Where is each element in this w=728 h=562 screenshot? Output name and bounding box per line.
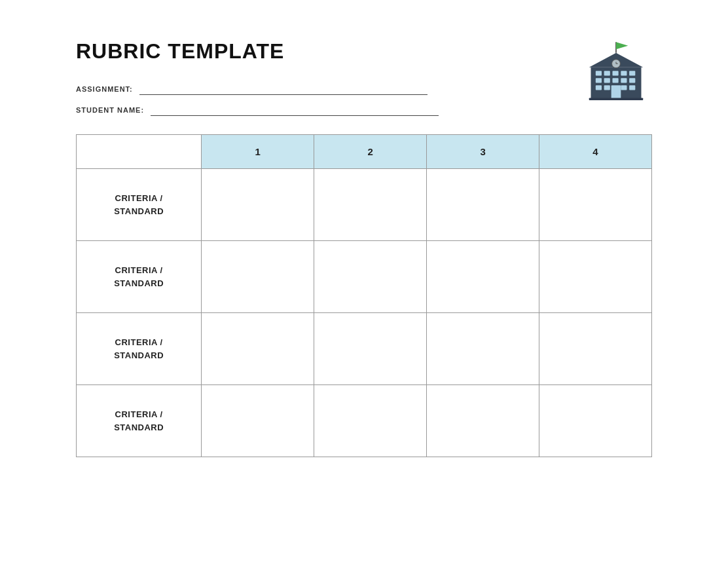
criteria-cell-2: CRITERIA / STANDARD xyxy=(77,241,202,313)
student-name-line xyxy=(151,104,439,116)
content-cell-2-1 xyxy=(202,241,314,313)
content-cell-3-4 xyxy=(539,313,652,385)
header-col1: 1 xyxy=(202,135,314,169)
criteria-text-2: CRITERIA / STANDARD xyxy=(83,264,194,290)
criteria-cell-1: CRITERIA / STANDARD xyxy=(77,169,202,241)
content-cell-2-3 xyxy=(427,241,539,313)
criteria-cell-4: CRITERIA / STANDARD xyxy=(77,385,202,457)
table-row: CRITERIA / STANDARD xyxy=(77,169,652,241)
svg-rect-16 xyxy=(629,78,635,83)
content-cell-1-4 xyxy=(539,169,652,241)
svg-rect-18 xyxy=(604,85,610,90)
rubric-table: 1 2 3 4 CRITERIA / STANDARD xyxy=(76,134,652,457)
content-cell-4-2 xyxy=(314,385,427,457)
page-title: RUBRIC TEMPLATE xyxy=(76,39,652,64)
assignment-line xyxy=(139,83,428,95)
table-row: CRITERIA / STANDARD xyxy=(77,313,652,385)
criteria-cell-3: CRITERIA / STANDARD xyxy=(77,313,202,385)
svg-rect-17 xyxy=(596,85,602,90)
svg-rect-9 xyxy=(613,71,619,75)
content-cell-3-3 xyxy=(427,313,539,385)
assignment-row: ASSIGNMENT: xyxy=(76,83,652,95)
content-cell-3-2 xyxy=(314,313,427,385)
student-name-row: STUDENT NAME: xyxy=(76,104,652,116)
svg-rect-12 xyxy=(596,78,602,83)
header-col0 xyxy=(77,135,202,169)
content-cell-1-2 xyxy=(314,169,427,241)
svg-rect-14 xyxy=(613,78,619,83)
content-cell-4-4 xyxy=(539,385,652,457)
school-icon xyxy=(580,36,652,108)
svg-rect-21 xyxy=(611,85,621,98)
content-cell-4-3 xyxy=(427,385,539,457)
header-col2: 2 xyxy=(314,135,427,169)
svg-rect-7 xyxy=(596,71,602,75)
svg-rect-22 xyxy=(589,98,644,100)
svg-rect-20 xyxy=(629,85,635,90)
criteria-text-1: CRITERIA / STANDARD xyxy=(83,192,194,217)
table-row: CRITERIA / STANDARD xyxy=(77,385,652,457)
form-fields: ASSIGNMENT: STUDENT NAME: xyxy=(76,83,652,116)
svg-rect-13 xyxy=(604,78,610,83)
table-row: CRITERIA / STANDARD xyxy=(77,241,652,313)
content-cell-2-2 xyxy=(314,241,427,313)
header-col3: 3 xyxy=(427,135,539,169)
content-cell-3-1 xyxy=(202,313,314,385)
criteria-text-4: CRITERIA / STANDARD xyxy=(83,408,194,434)
content-cell-2-4 xyxy=(539,241,652,313)
criteria-text-3: CRITERIA / STANDARD xyxy=(83,336,194,362)
svg-marker-1 xyxy=(616,42,628,49)
page: RUBRIC TEMPLATE ASSIGNMENT: STUDENT NAME… xyxy=(24,0,704,496)
content-cell-1-3 xyxy=(427,169,539,241)
content-cell-1-1 xyxy=(202,169,314,241)
svg-rect-8 xyxy=(604,71,610,75)
svg-rect-19 xyxy=(621,85,627,90)
header-col4: 4 xyxy=(539,135,652,169)
student-name-label: STUDENT NAME: xyxy=(76,106,144,114)
table-header-row: 1 2 3 4 xyxy=(77,135,652,169)
svg-rect-11 xyxy=(629,71,635,75)
content-cell-4-1 xyxy=(202,385,314,457)
svg-rect-15 xyxy=(621,78,627,83)
svg-rect-10 xyxy=(621,71,627,75)
assignment-label: ASSIGNMENT: xyxy=(76,85,133,93)
